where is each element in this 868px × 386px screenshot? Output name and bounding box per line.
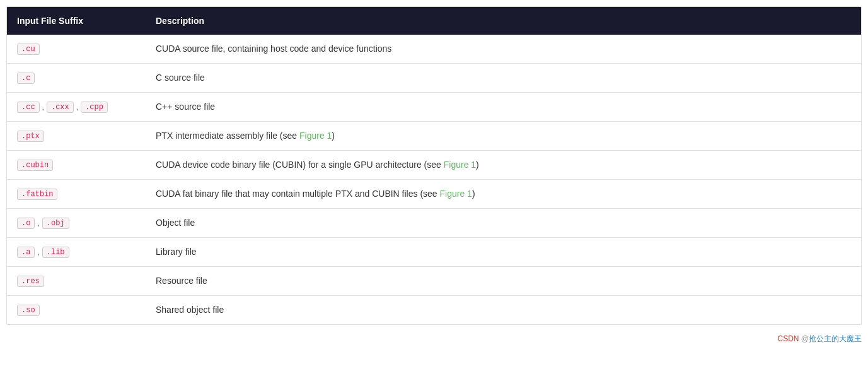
table-row: .cuCUDA source file, containing host cod… [7,35,861,64]
watermark-author: 抢公主的大魔王 [809,334,862,343]
suffix-separator: , [37,248,39,257]
suffix-badge: .res [17,276,44,287]
suffix-badge: .cubin [17,160,53,171]
suffix-cell: .cc,.cxx,.cpp [7,93,146,122]
suffix-badge: .cxx [47,102,74,113]
description-text: Resource file [156,276,207,286]
suffix-cell: .a,.lib [7,238,146,267]
description-cell: Library file [146,238,861,267]
suffix-cell: .fatbin [7,180,146,209]
description-cell: CUDA device code binary file (CUBIN) for… [146,151,861,180]
suffix-badge: .c [17,73,35,84]
figure-link[interactable]: Figure 1 [444,160,476,170]
table-row: .cC source file [7,64,861,93]
suffix-cell: .res [7,267,146,296]
main-table-container: Input File Suffix Description .cuCUDA so… [6,6,862,325]
suffix-cell: .o,.obj [7,209,146,238]
figure-link[interactable]: Figure 1 [299,131,332,141]
suffix-badge: .cc [17,102,40,113]
suffix-badge: .ptx [17,131,44,142]
suffix-badge: .fatbin [17,189,57,200]
suffix-badge: .lib [42,247,69,258]
suffix-badge: .obj [42,218,69,229]
suffix-cell: .cubin [7,151,146,180]
description-cell: Object file [146,209,861,238]
description-text: CUDA source file, containing host code a… [156,44,391,54]
suffix-separator: , [42,103,44,112]
suffix-separator: , [37,219,39,228]
table-row: .cubinCUDA device code binary file (CUBI… [7,151,861,180]
description-cell: Resource file [146,267,861,296]
description-text: CUDA device code binary file (CUBIN) for… [156,160,479,170]
description-text: C source file [156,73,205,83]
suffix-cell: .ptx [7,122,146,151]
description-text: C++ source file [156,102,215,112]
table-row: .a,.libLibrary file [7,238,861,267]
watermark: CSDN @抢公主的大魔王 [0,331,868,347]
suffix-badge: .a [17,247,35,258]
table-row: .resResource file [7,267,861,296]
description-text: CUDA fat binary file that may contain mu… [156,189,475,199]
watermark-csdn: CSDN [777,334,799,343]
description-cell: Shared object file [146,296,861,325]
description-text: PTX intermediate assembly file (see Figu… [156,131,335,141]
table-row: .cc,.cxx,.cppC++ source file [7,93,861,122]
description-text: Library file [156,247,197,257]
suffix-badge: .cpp [81,102,108,113]
description-cell: C source file [146,64,861,93]
suffix-cell: .c [7,64,146,93]
description-cell: CUDA source file, containing host code a… [146,35,861,64]
suffix-cell: .so [7,296,146,325]
suffix-cell: .cu [7,35,146,64]
table-row: .o,.objObject file [7,209,861,238]
table-header-row: Input File Suffix Description [7,7,861,35]
col-header-suffix: Input File Suffix [7,7,146,35]
suffix-badge: .so [17,305,40,316]
watermark-separator: @ [799,334,809,343]
suffix-separator: , [76,103,78,112]
suffix-badge: .o [17,218,35,229]
table-row: .soShared object file [7,296,861,325]
description-cell: PTX intermediate assembly file (see Figu… [146,122,861,151]
description-cell: CUDA fat binary file that may contain mu… [146,180,861,209]
suffix-badge: .cu [17,44,40,55]
figure-link[interactable]: Figure 1 [440,189,472,199]
description-text: Shared object file [156,305,224,315]
description-text: Object file [156,218,195,228]
file-suffix-table: Input File Suffix Description .cuCUDA so… [7,7,861,324]
description-cell: C++ source file [146,93,861,122]
table-row: .ptxPTX intermediate assembly file (see … [7,122,861,151]
col-header-description: Description [146,7,861,35]
table-row: .fatbinCUDA fat binary file that may con… [7,180,861,209]
